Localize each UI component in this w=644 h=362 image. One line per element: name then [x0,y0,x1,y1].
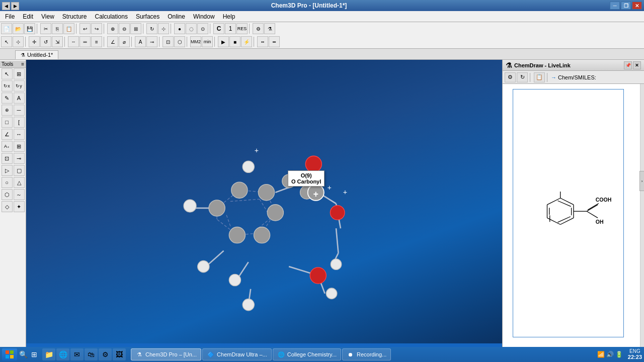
tool-angle-measure[interactable]: ∠ [2,129,13,140]
tool-star[interactable]: ✦ [14,201,25,212]
tb2-measure[interactable]: ⊸ [146,36,157,47]
tb2-dash1[interactable]: ╍ [257,36,268,47]
taskbar-mail[interactable]: ✉ [70,348,84,360]
taskbar-recording[interactable]: ⏺ Recording... [342,348,391,360]
tool-hexagon[interactable]: ⬡ [2,189,13,200]
tb2-angle[interactable]: ∠ [107,36,118,47]
tray-network-icon[interactable]: 📶 [597,351,605,358]
menu-file[interactable]: File [1,11,19,22]
start-button[interactable] [2,348,17,360]
tool-circle[interactable]: ○ [2,177,13,188]
tb2-bond3[interactable]: ≡ [91,36,102,47]
menu-edit[interactable]: Edit [19,11,37,22]
tab-nav-left[interactable]: ◀ [2,2,10,10]
tb-zoom-in[interactable]: ⊕ [107,23,118,34]
tb-rotate[interactable]: ↻ [146,23,157,34]
taskbar-multitask[interactable]: ⊞ [29,348,39,360]
tb-wireframe[interactable]: ◌ [186,23,197,34]
tb-extra1[interactable]: ⚙ [253,23,264,34]
tb-fit[interactable]: ⊞ [130,23,141,34]
tool-label-multi[interactable]: A₊ [2,141,13,152]
menu-surfaces[interactable]: Surfaces [132,11,164,22]
tool-rotate-y[interactable]: ↻y [14,80,25,92]
tb-spacefill[interactable]: ⊙ [197,23,208,34]
tb2-extra1[interactable]: ⊡ [163,36,174,47]
tb-extra2[interactable]: ⚗ [264,23,275,34]
menu-window[interactable]: Window [189,11,219,22]
tool-lasso[interactable]: ⊸ [14,153,25,164]
maximize-button[interactable]: ❐ [621,2,631,10]
tool-text[interactable]: A [14,93,25,104]
taskbar-photos[interactable]: 🖼 [113,348,126,360]
tb-ball-stick[interactable]: ● [174,23,185,34]
menu-online[interactable]: Online [164,11,189,22]
tool-bracket[interactable]: [ [14,117,25,128]
taskbar-settings[interactable]: ⚙ [99,348,112,360]
tool-draw[interactable]: ✎ [2,93,13,104]
tb-c-element[interactable]: C [213,23,224,34]
tb-undo[interactable]: ↩ [79,23,91,34]
tb2-label[interactable]: A [135,36,146,47]
livelink-tb-btn1[interactable]: ⚙ [505,72,516,82]
tb-new[interactable]: 📄 [1,23,12,34]
taskbar-chemdraw[interactable]: 🔷 ChemDraw Ultra –... [202,348,272,360]
tb2-lightning[interactable]: ⚡ [241,36,252,47]
tb-redo[interactable]: ↪ [91,23,102,34]
tb-paste[interactable]: 📋 [63,23,74,34]
tab-nav-right[interactable]: ▶ [11,2,19,10]
tb-save[interactable]: 💾 [24,23,35,34]
tb2-dash2[interactable]: ━ [269,36,280,47]
tb2-select[interactable]: ↖ [1,36,12,47]
tb-translate[interactable]: ⊹ [158,23,169,34]
tab-untitled1[interactable]: ⚗ Untitled-1* [15,50,58,59]
livelink-tb-btn2[interactable]: ↻ [517,72,528,82]
tray-clock[interactable]: ENG 22:23 [628,348,642,360]
tool-select-arrow[interactable]: ↖ [2,68,13,79]
minimize-button[interactable]: ─ [610,2,620,10]
menu-calculations[interactable]: Calculations [91,11,132,22]
3d-viewport[interactable]: + + + + O(9) O Carbonyl [26,60,502,347]
tray-battery-icon[interactable]: 🔋 [615,351,623,358]
tb2-select2[interactable]: ⊹ [13,36,24,47]
tool-rotate-x[interactable]: ↻x [2,80,13,92]
tb2-bond2[interactable]: ═ [79,36,91,47]
tool-box-select[interactable]: ⊡ [2,153,13,164]
tool-table[interactable]: ⊞ [14,141,25,152]
panel-collapse-button[interactable]: › [639,171,644,191]
menu-view[interactable]: View [37,11,58,22]
taskbar-college[interactable]: 🌐 College Chemistry... [273,348,341,360]
tb2-minimize[interactable]: min [202,36,213,47]
tb-res[interactable]: RES [236,23,248,34]
tool-wave[interactable]: ～ [14,189,25,200]
tb-1[interactable]: 1 [225,23,236,34]
tool-square[interactable]: ▢ [14,165,25,176]
tb-open[interactable]: 📂 [13,23,24,34]
livelink-pin-button[interactable]: 📌 [624,61,632,69]
tool-play[interactable]: ▷ [2,165,13,176]
tb2-mm2[interactable]: MM2 [190,36,201,47]
livelink-close-button[interactable]: ✕ [633,61,641,69]
tool-diamond[interactable]: ◇ [2,201,13,212]
tool-select-box[interactable]: ⊞ [14,68,25,79]
menu-help[interactable]: Help [219,11,239,22]
taskbar-store[interactable]: 🛍 [85,348,98,360]
taskbar-browser[interactable]: 🌐 [56,348,69,360]
taskbar-explorer[interactable]: 📁 [42,348,55,360]
tray-volume-icon[interactable]: 🔊 [606,351,614,358]
taskbar-search[interactable]: 🔍 [18,348,28,360]
livelink-scrollbar[interactable] [640,84,644,347]
tool-atom[interactable]: ⊕ [2,105,13,116]
tb-cut[interactable]: ✂ [40,23,51,34]
tool-rect[interactable]: □ [2,117,13,128]
tool-bond[interactable]: ─ [14,105,25,116]
livelink-tb-btn3[interactable]: 📋 [534,72,545,82]
close-button[interactable]: ✕ [632,2,642,10]
tb-zoom-out[interactable]: ⊖ [119,23,130,34]
tb2-scale[interactable]: ⇲ [52,36,63,47]
menu-structure[interactable]: Structure [58,11,91,22]
tb2-bond1[interactable]: ╌ [68,36,79,47]
tb2-dihedral[interactable]: ⌀ [119,36,130,47]
tb2-run[interactable]: ▶ [218,36,229,47]
tool-dist-measure[interactable]: ↔ [14,129,25,140]
taskbar-chem3d[interactable]: ⚗ Chem3D Pro – [Un... [131,348,201,360]
